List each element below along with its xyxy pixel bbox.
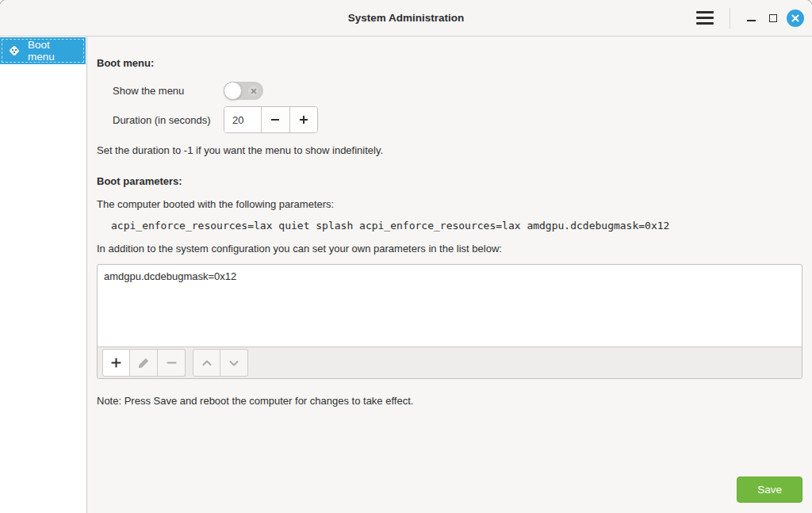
duration-decrease-button[interactable] (261, 107, 289, 132)
reorder-button-group (193, 349, 248, 377)
list-item[interactable]: amdgpu.dcdebugmask=0x12 (104, 269, 795, 284)
titlebar: System Administration (0, 0, 812, 36)
boot-menu-controls: Show the menu Duration (in seconds) (113, 82, 802, 133)
save-note: Note: Press Save and reboot the computer… (97, 395, 802, 407)
edit-button-group (102, 349, 186, 377)
custom-params-list-frame: amdgpu.dcdebugmask=0x12 (97, 264, 802, 379)
custom-params-label: In addition to the system configuration … (97, 243, 802, 255)
edit-parameter-button[interactable] (130, 349, 158, 377)
remove-icon (165, 356, 178, 369)
sidebar-item-label: Boot menu (28, 39, 79, 63)
minimize-icon (747, 14, 756, 21)
boot-menu-icon (7, 44, 21, 58)
show-menu-toggle[interactable] (224, 82, 263, 100)
close-button[interactable] (784, 6, 806, 30)
boot-menu-heading: Boot menu: (97, 57, 802, 69)
app-menu-button[interactable] (691, 6, 718, 30)
sidebar: Boot menu (0, 36, 87, 513)
minus-icon (269, 113, 282, 126)
booted-params-label: The computer booted with the following p… (97, 198, 802, 210)
maximize-icon (769, 14, 777, 22)
minimize-button[interactable] (740, 6, 762, 30)
close-icon (787, 10, 804, 27)
duration-increase-button[interactable] (289, 107, 318, 132)
duration-spinbutton (224, 106, 318, 133)
edit-icon (137, 357, 150, 369)
duration-label: Duration (in seconds) (113, 114, 224, 126)
custom-params-list[interactable]: amdgpu.dcdebugmask=0x12 (98, 265, 802, 346)
window-controls (691, 0, 806, 36)
duration-hint: Set the duration to -1 if you want the m… (97, 144, 802, 156)
duration-input[interactable] (224, 107, 261, 132)
booted-params-value: acpi_enforce_resources=lax quiet splash … (111, 220, 802, 232)
boot-parameters-heading: Boot parameters: (97, 175, 802, 187)
move-down-button[interactable] (220, 349, 248, 377)
main-content: Boot menu: Show the menu Duration (in se… (87, 36, 812, 513)
toggle-knob (224, 82, 242, 100)
hamburger-icon (696, 11, 714, 25)
show-menu-label: Show the menu (113, 85, 224, 97)
move-up-button[interactable] (193, 349, 220, 377)
list-toolbar (98, 346, 802, 378)
move-up-icon (201, 357, 213, 369)
sidebar-item-boot-menu[interactable]: Boot menu (0, 37, 86, 64)
plus-icon (297, 113, 310, 126)
add-icon (109, 356, 123, 369)
remove-parameter-button[interactable] (158, 349, 186, 377)
toggle-off-icon (248, 86, 259, 96)
system-administration-window: System Administration (0, 0, 812, 513)
move-down-icon (228, 357, 240, 369)
titlebar-separator (730, 8, 730, 29)
add-parameter-button[interactable] (102, 349, 130, 377)
save-button[interactable]: Save (737, 477, 802, 503)
window-title: System Administration (348, 12, 465, 24)
maximize-button[interactable] (762, 6, 784, 30)
